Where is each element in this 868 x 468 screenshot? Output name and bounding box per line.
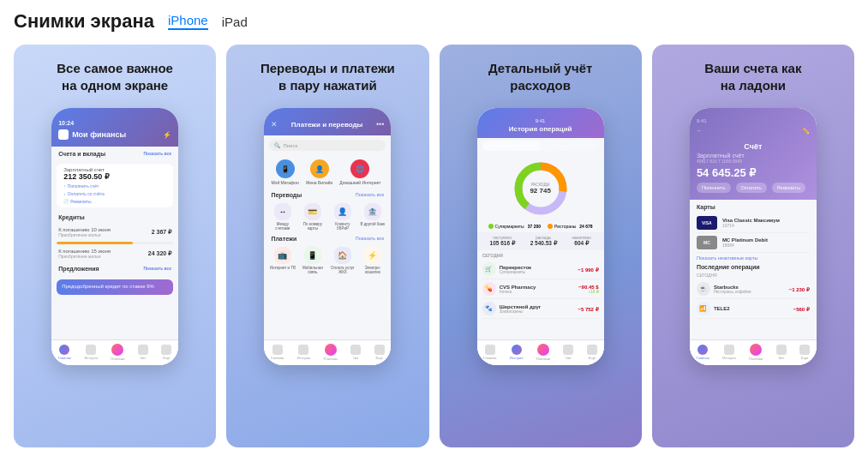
legend-dot-orange bbox=[548, 224, 553, 229]
phone4-nav-payments[interactable]: Платежи bbox=[749, 344, 763, 361]
phone4-card-1[interactable]: MC MC Platinum Debit 18084 bbox=[697, 233, 810, 253]
tele2-icon: 📶 bbox=[697, 302, 710, 315]
phone2-nav-payments[interactable]: Платежи bbox=[324, 344, 338, 361]
phone4-card-1-info: MC Platinum Debit 18084 bbox=[722, 237, 810, 248]
phone2-nav-bar: Главная История Платежи Чат bbox=[264, 339, 391, 365]
phone4-show-inactive[interactable]: Показать неактивные карты bbox=[697, 255, 810, 261]
more-icon-2 bbox=[374, 345, 385, 355]
mobile-icon: 📱 bbox=[304, 247, 321, 264]
phone4-nav-history[interactable]: История bbox=[722, 345, 736, 360]
phone4-refill-btn[interactable]: Пополнить bbox=[697, 183, 731, 193]
transaction-icon-1: 💊 bbox=[482, 282, 496, 296]
chat-icon-2 bbox=[350, 345, 361, 355]
phone4-op-0[interactable]: ☕ Starbucks Рестораны, кофейни −1 230 ₽ bbox=[697, 279, 810, 299]
phone1-offer-banner[interactable]: Предодобренный кредит по ставке 6% bbox=[57, 279, 173, 295]
phone2-search[interactable]: 🔍 Поиск bbox=[269, 140, 386, 151]
phone3-tab-salary[interactable]: Зарплатный +3430 bbox=[482, 141, 541, 151]
phone3-tab-range[interactable]: 12 авг — 19 авг bbox=[541, 141, 599, 151]
recent-item-2[interactable]: 🌐 Домашний Интернет bbox=[339, 159, 380, 185]
transfer-item-3[interactable]: 🏦 В другой банк bbox=[359, 203, 386, 231]
arrow-up-icon: ↑ bbox=[63, 183, 66, 189]
stat-income: поступило 105 616 ₽ bbox=[490, 236, 515, 247]
payment-item-1[interactable]: 📱 Мобильная связь bbox=[299, 247, 326, 274]
close-icon: ✕ bbox=[271, 120, 278, 129]
phone3-nav-chat[interactable]: Чат bbox=[563, 345, 573, 360]
phone4-nav-bar: Главная История Платежи Чат bbox=[690, 339, 817, 365]
phone3-time: 9:41 bbox=[484, 118, 597, 123]
phone1-credit1: К погашению 10 июня Приобретение жилья 2… bbox=[51, 225, 178, 240]
phone2-nav-more[interactable]: Ещё bbox=[374, 345, 385, 360]
phone3-header: 9:41 История операций bbox=[477, 108, 604, 138]
payment-item-0[interactable]: 📺 Интернет и ТВ bbox=[269, 247, 296, 274]
screenshot-card-4: Ваши счета какна ладони 9:41 ← ✏️ Счёт З… bbox=[652, 45, 854, 447]
phone3-donut-wrap: РАСХОДЫ 92 745 bbox=[477, 153, 604, 224]
phone3-tabs: Зарплатный +3430 12 авг — 19 авг bbox=[482, 141, 599, 151]
page-title: Снимки экрана bbox=[14, 10, 154, 33]
phone2-transfers-grid: ↔ Между счетами 💳 По номеру карты 👤 Клие… bbox=[264, 201, 391, 233]
home-icon bbox=[59, 345, 69, 355]
more-icon-3 bbox=[587, 345, 597, 355]
phone2-recent: 📱 Мой Мегафон 👤 Жена Билайн 🌐 Домашний И… bbox=[264, 155, 391, 189]
more-dots-icon: ••• bbox=[376, 120, 384, 129]
phone1-refill-btn[interactable]: ↑ Пополнить счёт bbox=[63, 183, 99, 189]
phone3-nav-more[interactable]: Ещё bbox=[587, 345, 597, 360]
chat-icon-3 bbox=[563, 345, 573, 355]
phone2-payments-grid: 📺 Интернет и ТВ 📱 Мобильная связь 🏠 Опла… bbox=[264, 244, 391, 277]
arrow-down-icon: ↓ bbox=[63, 191, 66, 196]
phone1-req-btn[interactable]: 📄 Реквизиты bbox=[63, 199, 92, 204]
phone4-card-0[interactable]: VISA Visa Classic Максимум 10714 bbox=[697, 213, 810, 233]
transaction-item-2[interactable]: 🐾 Шерстяной друг Зоомагазины −5 752 ₽ bbox=[482, 299, 599, 319]
phone1-title: Мои финансы ⚡ bbox=[58, 129, 171, 140]
phone1-time: 10:24 bbox=[58, 120, 171, 126]
phone1-nav-chat[interactable]: Чат bbox=[138, 345, 148, 360]
phone3-nav-payments[interactable]: Платежи bbox=[536, 344, 550, 361]
back-arrow-icon: ← bbox=[697, 128, 703, 134]
phone4-nav-home[interactable]: Главная bbox=[697, 345, 709, 360]
phone2-header: ✕ Платежи и переводы ••• bbox=[264, 108, 391, 135]
ewallet-icon: ⚡ bbox=[364, 247, 381, 264]
transfer-item-2[interactable]: 👤 Клиенту УБРиР bbox=[329, 203, 356, 231]
phone3-nav-home[interactable]: Главная bbox=[483, 345, 496, 360]
payment-item-2[interactable]: 🏠 Оплата услуг ЖКХ bbox=[329, 247, 356, 274]
phone-screen-3: 9:41 История операций Зарплатный +3430 1… bbox=[477, 108, 604, 365]
phone4-pay-btn[interactable]: Оплатить bbox=[736, 183, 767, 193]
payment-item-3[interactable]: ⚡ Электро-кошелек bbox=[359, 247, 386, 274]
transfer-item-0[interactable]: ↔ Между счетами bbox=[269, 203, 296, 231]
home-icon-2 bbox=[272, 345, 283, 355]
transaction-item-1[interactable]: 💊 CVS Pharmacy Аптека −90.45 $ +19 ₽ bbox=[482, 279, 599, 299]
card-1-caption: Все самое важноена одном экране bbox=[57, 60, 173, 96]
phone1-nav-more[interactable]: Ещё bbox=[161, 345, 171, 360]
phone3-stats: поступило 105 616 ₽ расходы 2 540.53 ₽ н… bbox=[477, 232, 604, 250]
transaction-amount-1: −90.45 $ +19 ₽ bbox=[578, 285, 599, 294]
phone-screen-1: 10:24 Мои финансы ⚡ Счета и вклады Показ… bbox=[51, 108, 178, 365]
transaction-item-0[interactable]: 🛒 Перекресток Супермаркеты −1 990 ₽ bbox=[482, 260, 599, 279]
phone4-back-btn[interactable]: ← ✏️ bbox=[697, 127, 810, 135]
phone-mockup-3: 9:41 История операций Зарплатный +3430 1… bbox=[477, 108, 604, 365]
phone4-req-btn[interactable]: Реквизиты bbox=[772, 183, 805, 193]
recent-icon-2: 🌐 bbox=[350, 159, 369, 178]
payments-icon-2 bbox=[325, 344, 337, 356]
recent-item-1[interactable]: 👤 Жена Билайн bbox=[306, 159, 333, 185]
tab-iphone[interactable]: iPhone bbox=[168, 13, 208, 30]
recent-item-0[interactable]: 📱 Мой Мегафон bbox=[271, 159, 298, 185]
phone2-nav-history[interactable]: История bbox=[297, 345, 311, 360]
recent-icon-0: 📱 bbox=[276, 159, 295, 178]
phone4-action-buttons: Пополнить Оплатить Реквизиты bbox=[697, 183, 810, 193]
phone3-nav-history[interactable]: История bbox=[510, 345, 524, 360]
transfer-item-1[interactable]: 💳 По номеру карты bbox=[299, 203, 326, 231]
phone1-nav-history[interactable]: История bbox=[84, 345, 98, 360]
phone1-accounts-section: Счета и вклады Показать все bbox=[51, 147, 178, 161]
phone2-nav-chat[interactable]: Чат bbox=[350, 345, 361, 360]
phone1-nav-payments[interactable]: Платежи bbox=[111, 344, 124, 361]
phone1-nav-home[interactable]: Главная bbox=[58, 345, 71, 360]
history-icon-3 bbox=[512, 345, 522, 355]
tab-ipad[interactable]: iPad bbox=[222, 15, 248, 29]
phone2-nav-home[interactable]: Главная bbox=[271, 345, 284, 360]
phone1-pay-btn[interactable]: ↓ Оплатить со счёта bbox=[63, 191, 105, 196]
phone4-nav-more[interactable]: Ещё bbox=[799, 345, 810, 360]
phone1-credit1-progress bbox=[57, 242, 173, 244]
phone4-op-1[interactable]: 📶 TELE2 −560 ₽ bbox=[697, 299, 810, 319]
transaction-icon-0: 🛒 bbox=[482, 262, 496, 276]
screenshot-card-2: Переводы и платежив пару нажатий ✕ Плате… bbox=[226, 45, 428, 447]
phone4-nav-chat[interactable]: Чат bbox=[776, 345, 787, 360]
